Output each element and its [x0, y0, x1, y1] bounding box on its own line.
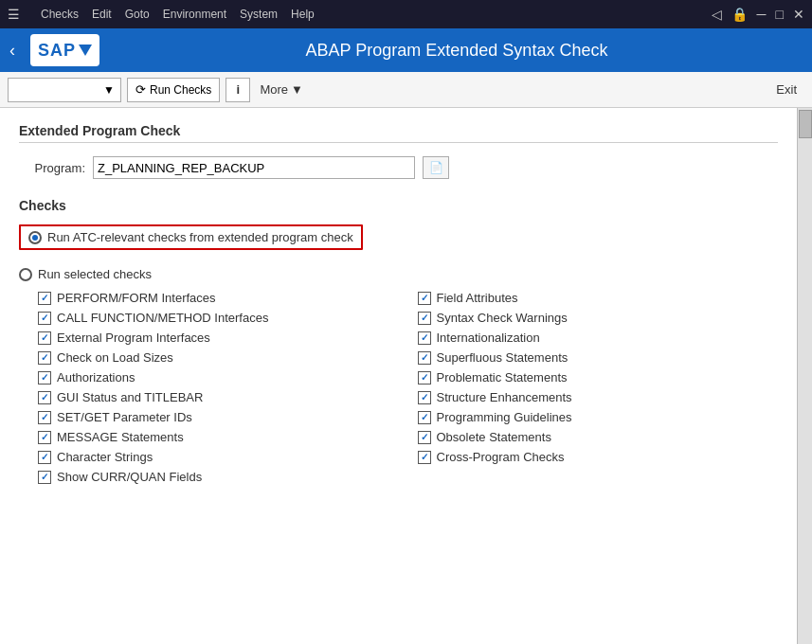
check-field-attributes-label: Field Attributes: [437, 291, 518, 305]
check-superfluous-label: Superfluous Statements: [437, 350, 568, 365]
check-superfluous[interactable]: Superfluous Statements: [418, 350, 779, 365]
check-superfluous-box[interactable]: [418, 351, 431, 365]
menu-environment[interactable]: Environment: [163, 8, 226, 21]
checks-grid: PERFORM/FORM Interfaces Field Attributes…: [19, 291, 778, 484]
selected-radio-label: Run selected checks: [38, 267, 152, 281]
check-call-function-box[interactable]: [38, 312, 51, 325]
check-show-curr-quan[interactable]: Show CURR/QUAN Fields: [38, 470, 399, 484]
atc-radio-option[interactable]: Run ATC-relevant checks from extended pr…: [19, 224, 363, 250]
close-icon[interactable]: ✕: [793, 7, 804, 22]
program-row: Program: 📄: [19, 156, 778, 179]
check-field-attributes-box[interactable]: [418, 292, 431, 305]
atc-radio-dot: [32, 235, 38, 241]
atc-radio-circle: [28, 231, 42, 244]
check-set-get[interactable]: SET/GET Parameter IDs: [38, 410, 399, 424]
more-arrow-icon: ▼: [291, 82, 303, 97]
check-problematic[interactable]: Problematic Statements: [418, 370, 779, 385]
minimize-icon[interactable]: ─: [757, 7, 767, 22]
check-call-function[interactable]: CALL FUNCTION/METHOD Interfaces: [38, 311, 399, 325]
check-external-program[interactable]: External Program Interfaces: [38, 331, 399, 345]
check-structure-enhancements-label: Structure Enhancements: [437, 390, 572, 404]
atc-radio-container[interactable]: Run ATC-relevant checks from extended pr…: [19, 224, 778, 259]
check-load-sizes-label: Check on Load Sizes: [57, 350, 173, 365]
check-cross-program[interactable]: Cross-Program Checks: [418, 450, 779, 464]
check-message[interactable]: MESSAGE Statements: [38, 430, 399, 444]
toolbar: ▼ ⟳ Run Checks i More ▼ Exit: [0, 72, 812, 108]
program-input[interactable]: [93, 156, 415, 179]
title-bar: ☰ Checks Edit Goto Environment System He…: [0, 0, 812, 28]
check-authorizations-box[interactable]: [38, 371, 51, 385]
info-button[interactable]: i: [226, 78, 250, 102]
program-label: Program:: [19, 161, 85, 175]
check-character-strings-label: Character Strings: [57, 450, 153, 464]
dropdown-arrow-icon: ▼: [103, 83, 115, 97]
main-area: Extended Program Check Program: 📄 Checks…: [0, 108, 812, 644]
check-gui-status-box[interactable]: [38, 391, 51, 404]
check-problematic-box[interactable]: [418, 371, 431, 385]
check-perform-form-label: PERFORM/FORM Interfaces: [57, 291, 216, 305]
check-syntax-warnings-box[interactable]: [418, 312, 431, 325]
run-checks-button[interactable]: ⟳ Run Checks: [127, 78, 220, 102]
check-message-box[interactable]: [38, 431, 51, 444]
maximize-icon[interactable]: □: [776, 7, 784, 22]
check-structure-enhancements[interactable]: Structure Enhancements: [418, 390, 779, 404]
more-button[interactable]: More ▼: [256, 82, 307, 97]
content-area: Extended Program Check Program: 📄 Checks…: [0, 108, 797, 644]
check-message-label: MESSAGE Statements: [57, 430, 184, 444]
menu-checks[interactable]: Checks: [41, 8, 79, 21]
check-perform-form[interactable]: PERFORM/FORM Interfaces: [38, 291, 399, 305]
check-field-attributes[interactable]: Field Attributes: [418, 291, 779, 305]
check-syntax-warnings-label: Syntax Check Warnings: [437, 311, 568, 325]
check-cross-program-box[interactable]: [418, 451, 431, 464]
lock-icon[interactable]: 🔒: [731, 7, 748, 22]
check-programming-guidelines-box[interactable]: [418, 411, 431, 424]
extended-program-check-title: Extended Program Check: [19, 123, 778, 143]
check-set-get-label: SET/GET Parameter IDs: [57, 410, 192, 424]
toolbar-dropdown[interactable]: ▼: [8, 78, 121, 102]
check-character-strings-box[interactable]: [38, 451, 51, 464]
check-gui-status-label: GUI Status and TITLEBAR: [57, 390, 203, 404]
check-syntax-warnings[interactable]: Syntax Check Warnings: [418, 311, 779, 325]
check-obsolete[interactable]: Obsolete Statements: [418, 430, 779, 444]
sap-logo-triangle: [79, 45, 92, 56]
check-load-sizes-box[interactable]: [38, 351, 51, 365]
check-structure-enhancements-box[interactable]: [418, 391, 431, 404]
selected-radio-option[interactable]: Run selected checks: [19, 267, 778, 281]
window-controls: ◁ 🔒 ─ □ ✕: [712, 7, 804, 22]
hamburger-icon[interactable]: ☰: [8, 7, 20, 22]
check-internationalization[interactable]: Internationalization: [418, 331, 779, 345]
check-external-program-box[interactable]: [38, 331, 51, 345]
scrollbar-thumb[interactable]: [799, 110, 812, 138]
check-gui-status[interactable]: GUI Status and TITLEBAR: [38, 390, 399, 404]
check-load-sizes[interactable]: Check on Load Sizes: [38, 350, 399, 365]
check-obsolete-box[interactable]: [418, 431, 431, 444]
run-checks-icon: ⟳: [135, 82, 146, 97]
check-set-get-box[interactable]: [38, 411, 51, 424]
browse-icon: 📄: [429, 161, 443, 174]
check-authorizations-label: Authorizations: [57, 370, 135, 385]
menu-edit[interactable]: Edit: [92, 8, 112, 21]
check-call-function-label: CALL FUNCTION/METHOD Interfaces: [57, 311, 268, 325]
program-browse-button[interactable]: 📄: [423, 156, 449, 179]
atc-radio-label: Run ATC-relevant checks from extended pr…: [47, 230, 353, 244]
menu-bar: Checks Edit Goto Environment System Help: [41, 8, 315, 21]
check-perform-form-box[interactable]: [38, 292, 51, 305]
check-internationalization-box[interactable]: [418, 331, 431, 345]
check-authorizations[interactable]: Authorizations: [38, 370, 399, 385]
nav-back-icon[interactable]: ◁: [712, 7, 722, 22]
check-programming-guidelines[interactable]: Programming Guidelines: [418, 410, 779, 424]
check-show-curr-quan-label: Show CURR/QUAN Fields: [57, 470, 202, 484]
menu-goto[interactable]: Goto: [125, 8, 150, 21]
check-show-curr-quan-box[interactable]: [38, 471, 51, 484]
exit-button[interactable]: Exit: [768, 82, 804, 97]
menu-system[interactable]: System: [240, 8, 278, 21]
menu-help[interactable]: Help: [291, 8, 315, 21]
check-character-strings[interactable]: Character Strings: [38, 450, 399, 464]
check-cross-program-label: Cross-Program Checks: [437, 450, 565, 464]
run-checks-label: Run Checks: [150, 83, 211, 97]
more-label: More: [260, 82, 288, 97]
vertical-scrollbar[interactable]: [797, 108, 812, 644]
check-obsolete-label: Obsolete Statements: [437, 430, 551, 444]
sap-logo-text: SAP: [38, 41, 76, 61]
back-button[interactable]: ‹: [9, 41, 15, 61]
